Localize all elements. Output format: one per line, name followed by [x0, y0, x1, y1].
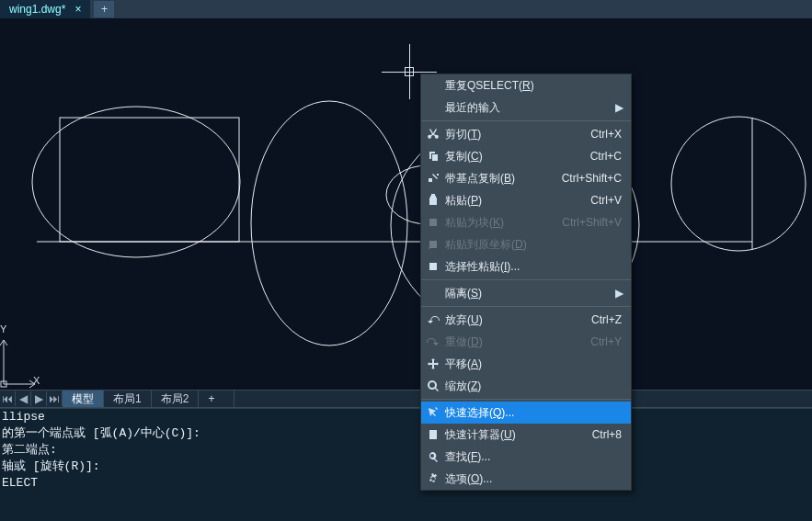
file-tab-active[interactable]: wing1.dwg* ×: [0, 0, 90, 18]
context-menu-label: 平移(A): [445, 357, 631, 372]
undo-icon: [421, 313, 445, 326]
context-menu-item[interactable]: 最近的输入▶: [421, 96, 631, 119]
layout-nav-next[interactable]: ▶: [31, 391, 47, 406]
context-menu-item[interactable]: 快速计算器(U)Ctrl+8: [421, 424, 631, 446]
svg-point-1: [32, 107, 240, 257]
context-menu-separator: [421, 279, 631, 280]
context-menu-item: 粘贴到原坐标(D): [421, 233, 631, 255]
context-menu-label: 放弃(U): [445, 312, 591, 328]
context-menu-label: 查找(F)...: [445, 449, 631, 465]
context-menu-shortcut: Ctrl+V: [590, 194, 631, 207]
context-menu-label: 剪切(T): [445, 127, 590, 142]
command-line: llipse: [0, 409, 812, 425]
context-menu-separator: [421, 399, 631, 400]
context-menu-shortcut: Ctrl+Shift+C: [562, 172, 631, 185]
drawing-geometry: [0, 18, 812, 395]
find-icon: [421, 450, 445, 463]
submenu-arrow-icon: ▶: [615, 101, 623, 114]
file-tab-bar: wing1.dwg* × +: [0, 0, 812, 18]
calc-icon: [421, 428, 445, 441]
context-menu-shortcut: Ctrl+8: [592, 428, 631, 441]
context-menu-item[interactable]: 查找(F)...: [421, 446, 631, 468]
context-menu-item: 粘贴为块(K)Ctrl+Shift+V: [421, 211, 631, 233]
context-menu-shortcut: Ctrl+X: [590, 128, 631, 141]
command-line: ELECT: [0, 475, 812, 492]
file-tab-name: wing1.dwg*: [9, 3, 65, 16]
context-menu-label: 带基点复制(B): [445, 171, 562, 187]
context-menu-label: 重做(D): [445, 334, 590, 350]
layout-nav-first[interactable]: ⏮: [0, 391, 16, 406]
layout-tab-bar: ⏮ ◀ ▶ ⏭ 模型布局1布局2 +: [0, 390, 812, 408]
context-menu-shortcut: Ctrl+Shift+V: [562, 216, 631, 229]
layout-nav-prev[interactable]: ◀: [16, 391, 31, 406]
context-menu-shortcut: Ctrl+Y: [590, 335, 631, 348]
command-line: 轴或 [旋转(R)]:: [0, 459, 812, 475]
context-menu-label: 重复QSELECT(R): [445, 78, 631, 94]
svg-point-6: [671, 117, 806, 251]
context-menu-label: 快速选择(Q)...: [445, 405, 631, 421]
layout-tab[interactable]: 模型: [63, 391, 104, 407]
submenu-arrow-icon: ▶: [615, 287, 623, 300]
context-menu-label: 隔离(S): [445, 286, 631, 301]
context-menu-shortcut: Ctrl+C: [590, 150, 631, 163]
context-menu-label: 粘贴(P): [445, 193, 590, 209]
context-menu-separator: [421, 306, 631, 307]
plus-icon: +: [101, 3, 108, 16]
pan-icon: [421, 357, 445, 370]
context-menu-separator: [421, 120, 631, 121]
svg-point-3: [251, 101, 407, 345]
cut-icon: [421, 128, 445, 141]
context-menu-item[interactable]: 平移(A): [421, 353, 631, 375]
context-menu-item[interactable]: 放弃(U)Ctrl+Z: [421, 309, 631, 331]
context-menu-item[interactable]: 隔离(S)▶: [421, 282, 631, 304]
layout-add-button[interactable]: +: [199, 391, 234, 407]
context-menu-item[interactable]: 选项(O)...: [421, 468, 631, 490]
qselect-icon: [421, 406, 445, 419]
layout-tab[interactable]: 布局2: [152, 391, 200, 407]
context-menu-label: 缩放(Z): [445, 379, 631, 394]
context-menu-item[interactable]: 缩放(Z): [421, 375, 631, 397]
layout-nav-last[interactable]: ⏭: [47, 391, 63, 406]
context-menu-shortcut: Ctrl+Z: [591, 313, 631, 326]
copy-icon: [421, 150, 445, 163]
close-icon[interactable]: ×: [74, 3, 81, 16]
context-menu-label: 粘贴为块(K): [445, 215, 562, 231]
context-menu-label: 快速计算器(U): [445, 427, 592, 443]
context-menu-label: 粘贴到原坐标(D): [445, 237, 631, 253]
pastespec-icon: [421, 260, 445, 273]
pasteorig-icon: [421, 238, 445, 251]
new-tab-button[interactable]: +: [94, 1, 114, 17]
context-menu-label: 最近的输入: [445, 100, 631, 116]
context-menu-item[interactable]: 剪切(T)Ctrl+X: [421, 123, 631, 145]
context-menu-item[interactable]: 复制(C)Ctrl+C: [421, 145, 631, 167]
command-line: 第二端点:: [0, 442, 812, 459]
pasteblock-icon: [421, 216, 445, 229]
context-menu-item[interactable]: 选择性粘贴(I)...: [421, 255, 631, 277]
zoom-icon: [421, 379, 445, 392]
options-icon: [421, 472, 445, 485]
context-menu: 重复QSELECT(R)最近的输入▶剪切(T)Ctrl+X复制(C)Ctrl+C…: [420, 74, 632, 491]
copybase-icon: [421, 172, 445, 185]
context-menu-item[interactable]: 粘贴(P)Ctrl+V: [421, 189, 631, 211]
layout-tab[interactable]: 布局1: [104, 391, 152, 407]
context-menu-label: 选择性粘贴(I)...: [445, 259, 631, 275]
context-menu-item: 重做(D)Ctrl+Y: [421, 331, 631, 353]
svg-rect-2: [60, 118, 239, 242]
context-menu-item[interactable]: 快速选择(Q)...: [421, 402, 631, 424]
context-menu-label: 复制(C): [445, 149, 590, 164]
context-menu-label: 选项(O)...: [445, 471, 631, 487]
context-menu-item[interactable]: 重复QSELECT(R): [421, 74, 631, 96]
paste-icon: [421, 194, 445, 207]
context-menu-item[interactable]: 带基点复制(B)Ctrl+Shift+C: [421, 167, 631, 189]
redo-icon: [421, 335, 445, 348]
command-line: 的第一个端点或 [弧(A)/中心(C)]:: [0, 425, 812, 442]
command-line-panel[interactable]: llipse的第一个端点或 [弧(A)/中心(C)]:第二端点:轴或 [旋转(R…: [0, 408, 812, 521]
